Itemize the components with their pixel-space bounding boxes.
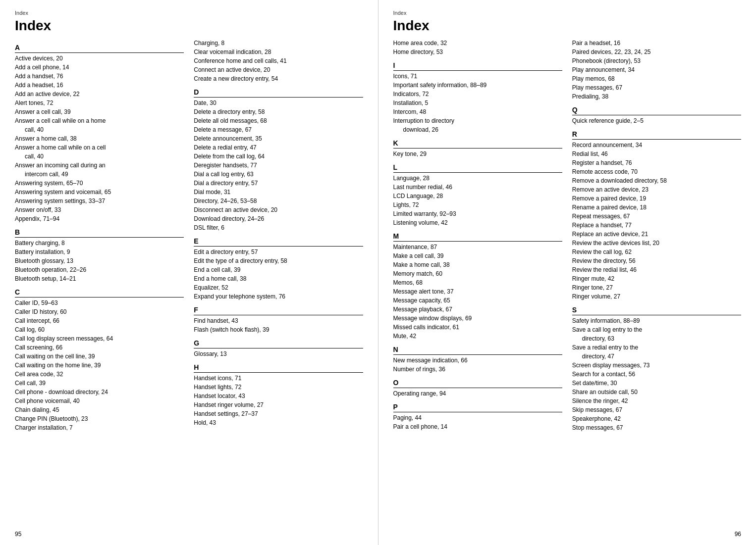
- index-entry: Handset settings, 27–37: [194, 409, 363, 418]
- section-letter-p: P: [393, 403, 562, 412]
- index-entry: Glossary, 13: [194, 349, 363, 358]
- section-letter-n: N: [393, 346, 562, 355]
- index-entry: Answer on/off, 33: [15, 205, 184, 214]
- index-entry: Handset icons, 71: [194, 374, 363, 383]
- index-entry: Clear voicemail indication, 28: [194, 48, 363, 56]
- index-entry: Repeat messages, 67: [572, 212, 741, 221]
- index-entry: Save a call log entry to the: [572, 325, 741, 334]
- index-entry: Lights, 72: [393, 200, 562, 209]
- index-entry: End a cell call, 39: [194, 265, 363, 274]
- index-entry: Caller ID history, 60: [15, 307, 184, 316]
- index-entry: Phonebook (directory), 53: [572, 56, 741, 65]
- index-entry: Rename a paired device, 18: [572, 203, 741, 212]
- index-entry: call, 40: [15, 152, 184, 161]
- left-col2: Charging, 8Clear voicemail indication, 2…: [194, 39, 363, 432]
- index-entry: Dial a directory entry, 57: [194, 179, 363, 188]
- index-entry: Call screening, 66: [15, 343, 184, 352]
- index-entry: Review the redial list, 46: [572, 265, 741, 274]
- index-entry: Expand your telephone system, 76: [194, 292, 363, 301]
- section-letter-r: R: [572, 130, 741, 140]
- index-entry: Answer a cell call while on a home: [15, 116, 184, 125]
- index-entry: Add a cell phone, 14: [15, 63, 184, 72]
- index-entry: Skip messages, 67: [572, 405, 741, 414]
- index-entry: Indicators, 72: [393, 90, 562, 99]
- index-entry: Answering system and voicemail, 65: [15, 188, 184, 197]
- left-page: Index Index AActive devices, 20Add a cel…: [0, 0, 378, 545]
- index-entry: Deregister handsets, 77: [194, 161, 363, 170]
- index-entry: Save a redial entry to the: [572, 343, 741, 352]
- index-entry: Caller ID, 59–63: [15, 298, 184, 307]
- section-letter-o: O: [393, 379, 562, 388]
- section-letter-m: M: [393, 232, 562, 242]
- section-letter-s: S: [572, 306, 741, 315]
- index-entry: Equalizer, 52: [194, 283, 363, 292]
- left-page-number: 95: [15, 531, 21, 538]
- index-entry: Ringer mute, 42: [572, 274, 741, 283]
- index-entry: Replace a handset, 77: [572, 221, 741, 230]
- section-letter-f: F: [194, 306, 363, 315]
- index-entry: Interruption to directory: [393, 116, 562, 125]
- index-entry: Language, 28: [393, 174, 562, 183]
- index-entry: Connect an active device, 20: [194, 65, 363, 74]
- index-entry: Download directory, 24–26: [194, 214, 363, 223]
- index-entry: Ringer tone, 27: [572, 283, 741, 292]
- index-entry: Dial a call log entry, 63: [194, 170, 363, 179]
- index-entry: Operating range, 94: [393, 389, 562, 398]
- index-entry: Call intercept, 66: [15, 316, 184, 325]
- index-entry: Share an outside call, 50: [572, 388, 741, 396]
- index-entry: Message capacity, 65: [393, 296, 562, 305]
- index-entry: Cell area code, 32: [15, 370, 184, 379]
- index-entry: Delete from the call log, 64: [194, 152, 363, 161]
- index-entry: Remote access code, 70: [572, 167, 741, 176]
- left-page-title: Index: [15, 18, 363, 34]
- index-entry: Play memos, 68: [572, 74, 741, 83]
- index-entry: Charger installation, 7: [15, 423, 184, 432]
- index-entry: Play announcement, 34: [572, 65, 741, 74]
- right-page-number: 96: [735, 531, 741, 538]
- right-col1: Home area code, 32Home directory, 53IIco…: [393, 39, 572, 432]
- index-entry: Maintenance, 87: [393, 243, 562, 251]
- index-entry: Pair a cell phone, 14: [393, 422, 562, 431]
- index-entry: Remove an active device, 23: [572, 185, 741, 194]
- index-entry: Home area code, 32: [393, 39, 562, 48]
- index-entry: Limited warranty, 92–93: [393, 209, 562, 218]
- index-entry: Last number redial, 46: [393, 183, 562, 192]
- index-entry: Active devices, 20: [15, 54, 184, 63]
- index-entry: Search for a contact, 56: [572, 370, 741, 379]
- right-page-header: Index: [393, 10, 742, 16]
- index-entry: Add a headset, 16: [15, 81, 184, 90]
- section-letter-q: Q: [572, 106, 741, 115]
- index-entry: Battery installation, 9: [15, 248, 184, 256]
- index-entry: Call waiting on the home line, 39: [15, 361, 184, 370]
- index-entry: call, 40: [15, 125, 184, 134]
- index-entry: Key tone, 29: [393, 149, 562, 158]
- index-entry: New message indication, 66: [393, 356, 562, 365]
- index-entry: Message alert tone, 37: [393, 287, 562, 296]
- index-entry: Delete announcement, 35: [194, 134, 363, 143]
- index-entry: Answering system settings, 33–37: [15, 197, 184, 205]
- index-entry: Flash (switch hook flash), 39: [194, 325, 363, 334]
- index-entry: Find handset, 43: [194, 316, 363, 325]
- section-letter-a: A: [15, 44, 184, 53]
- right-col2: Pair a headset, 16Paired devices, 22, 23…: [572, 39, 741, 432]
- index-entry: Ringer volume, 27: [572, 292, 741, 301]
- index-entry: Add an active device, 22: [15, 90, 184, 99]
- index-entry: Answer a home call, 38: [15, 134, 184, 143]
- index-entry: Safety information, 88–89: [572, 316, 741, 325]
- index-entry: Chain dialing, 45: [15, 405, 184, 414]
- index-entry: directory, 47: [572, 352, 741, 361]
- index-entry: Important safety information, 88–89: [393, 81, 562, 90]
- index-entry: Appendix, 71–94: [15, 214, 184, 223]
- index-entry: Pair a headset, 16: [572, 39, 741, 48]
- index-entry: Change PIN (Bluetooth), 23: [15, 414, 184, 423]
- index-entry: directory, 63: [572, 334, 741, 343]
- index-entry: Make a home call, 38: [393, 260, 562, 269]
- index-entry: Replace an active device, 21: [572, 230, 741, 239]
- index-entry: Register a handset, 76: [572, 158, 741, 167]
- index-entry: DSL filter, 6: [194, 223, 363, 232]
- index-entry: LCD Language, 28: [393, 192, 562, 200]
- index-entry: Make a cell call, 39: [393, 251, 562, 260]
- index-entry: Icons, 71: [393, 72, 562, 81]
- index-entry: Charging, 8: [194, 39, 363, 48]
- index-entry: Paging, 44: [393, 413, 562, 422]
